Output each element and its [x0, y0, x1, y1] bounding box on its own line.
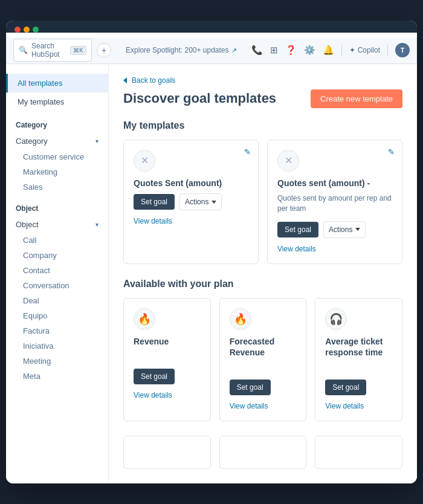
sidebar-sub-marketing[interactable]: Marketing — [6, 164, 108, 179]
object-dropdown[interactable]: Object ▾ — [6, 216, 108, 233]
edit-icon-1[interactable]: ✎ — [244, 147, 251, 157]
card-icon-wrap-1: ✕ — [134, 150, 155, 172]
actions-dropdown-2[interactable]: Actions — [323, 221, 366, 238]
category-section-title: Category — [6, 111, 108, 133]
view-details-forecasted[interactable]: View details — [230, 402, 268, 410]
browser-window: 🔍 Search HubSpot ⌘K + Explore Spotlight:… — [6, 21, 417, 483]
sidebar: All templates My templates Category Cate… — [6, 64, 109, 483]
browser-chrome — [6, 21, 417, 33]
search-icon: 🔍 — [19, 46, 28, 54]
nav-divider — [341, 44, 342, 56]
add-tab-button[interactable]: + — [97, 43, 111, 57]
my-templates-title: My templates — [123, 120, 402, 131]
card-actions-1: Set goal Actions — [134, 193, 248, 210]
edit-icon-2[interactable]: ✎ — [388, 147, 395, 157]
view-details-avg-ticket[interactable]: View details — [325, 402, 364, 410]
partial-card-2 — [219, 436, 307, 469]
partial-cards-row — [123, 436, 402, 469]
view-details-link-1[interactable]: View details — [134, 217, 172, 225]
fire-icon-1: 🔥 — [138, 312, 151, 326]
search-box[interactable]: 🔍 Search HubSpot ⌘K — [13, 39, 92, 62]
sidebar-sub-company[interactable]: Company — [6, 248, 108, 263]
revenue-card-actions: Set goal — [134, 369, 201, 384]
copilot-label: Copilot — [358, 46, 380, 54]
revenue-icon-wrap: 🔥 — [134, 308, 155, 330]
sidebar-sub-conversation[interactable]: Conversation — [6, 278, 108, 293]
chevron-down-icon-2: ▾ — [95, 221, 98, 228]
card-title-2: Quotes sent (amount) - — [277, 178, 392, 189]
view-details-link-2[interactable]: View details — [277, 245, 316, 253]
top-nav: 🔍 Search HubSpot ⌘K + Explore Spotlight:… — [6, 37, 417, 64]
view-details-revenue[interactable]: View details — [134, 391, 172, 399]
sidebar-sub-meeting[interactable]: Meeting — [6, 354, 108, 369]
avg-ticket-card-title: Average ticket response time — [325, 336, 392, 358]
chevron-left-icon — [123, 77, 127, 83]
available-title: Available with your plan — [123, 279, 402, 289]
revenue-card-title: Revenue — [134, 336, 201, 347]
set-goal-button-2[interactable]: Set goal — [277, 222, 318, 237]
grid-icon[interactable]: ⊞ — [270, 45, 278, 56]
card-desc-2: Quotes sent by amount per rep and per te… — [277, 193, 392, 214]
avg-ticket-card: 🎧 Average ticket response time Set goal … — [315, 298, 402, 421]
sidebar-sub-iniciativa[interactable]: Iniciativa — [6, 338, 108, 354]
help-icon[interactable]: ❓ — [285, 45, 297, 56]
category-dropdown[interactable]: Category ▾ — [6, 133, 108, 149]
sidebar-sub-contact[interactable]: Contact — [6, 263, 108, 278]
search-shortcut: ⌘K — [70, 46, 86, 55]
settings-icon[interactable]: ⚙️ — [304, 45, 315, 56]
external-link-icon: ↗ — [231, 47, 237, 54]
close-icon-1: ✕ — [141, 155, 149, 166]
headset-icon: 🎧 — [329, 312, 343, 326]
phone-icon[interactable]: 📞 — [251, 45, 263, 56]
sidebar-sub-deal[interactable]: Deal — [6, 293, 108, 308]
set-goal-button-1[interactable]: Set goal — [134, 194, 175, 210]
sidebar-sub-meta[interactable]: Meta — [6, 369, 108, 384]
dot-green[interactable] — [33, 27, 39, 33]
fire-icon-2: 🔥 — [234, 312, 247, 326]
sidebar-item-all-templates[interactable]: All templates — [6, 74, 108, 92]
set-goal-button-forecasted[interactable]: Set goal — [230, 380, 271, 395]
avatar[interactable]: T — [395, 43, 410, 57]
nav-icons: 📞 ⊞ ❓ ⚙️ 🔔 ✦ Copilot T — [251, 43, 410, 57]
partial-card-1 — [123, 436, 211, 469]
template-card-1: ✎ ✕ Quotes Sent (amount) Set goal Action… — [123, 140, 259, 264]
spotlight-text: Explore Spotlight: 200+ updates — [126, 46, 228, 54]
browser-top-bar — [15, 27, 408, 33]
forecasted-card-actions: Set goal — [230, 380, 297, 395]
search-label: Search HubSpot — [31, 42, 63, 59]
partial-card-3 — [315, 436, 402, 469]
close-icon-2: ✕ — [285, 155, 292, 166]
object-section-title: Object — [6, 195, 108, 216]
spotlight-banner[interactable]: Explore Spotlight: 200+ updates ↗ — [116, 46, 247, 54]
set-goal-button-avg-ticket[interactable]: Set goal — [325, 380, 366, 395]
back-link[interactable]: Back to goals — [123, 76, 402, 85]
sidebar-sub-sales[interactable]: Sales — [6, 179, 108, 195]
sidebar-sub-customer-service[interactable]: Customer service — [6, 149, 108, 164]
dot-yellow[interactable] — [24, 27, 30, 33]
actions-chevron-1 — [212, 201, 216, 204]
available-cards-grid: 🔥 Revenue Set goal View details 🔥 Foreca… — [123, 298, 402, 421]
set-goal-button-revenue[interactable]: Set goal — [134, 369, 175, 384]
forecasted-icon-wrap: 🔥 — [230, 308, 251, 330]
avg-ticket-card-actions: Set goal — [325, 380, 392, 395]
sidebar-sub-call[interactable]: Call — [6, 233, 108, 248]
avg-ticket-icon-wrap: 🎧 — [325, 308, 347, 330]
forecasted-revenue-card: 🔥 Forecasted Revenue Set goal View detai… — [219, 298, 307, 421]
dot-red[interactable] — [15, 27, 21, 33]
bell-icon[interactable]: 🔔 — [323, 45, 334, 56]
forecasted-card-title: Forecasted Revenue — [230, 336, 297, 358]
sidebar-sub-equipo[interactable]: Equipo — [6, 308, 108, 323]
template-card-2: ✎ ✕ Quotes sent (amount) - Quotes sent b… — [267, 140, 402, 264]
page-content: All templates My templates Category Cate… — [6, 64, 417, 483]
copilot-button[interactable]: ✦ Copilot — [349, 46, 380, 54]
browser-dots — [15, 27, 39, 33]
card-title-1: Quotes Sent (amount) — [134, 178, 248, 189]
sidebar-sub-factura[interactable]: Factura — [6, 323, 108, 338]
card-icon-wrap-2: ✕ — [277, 150, 299, 172]
main-area: Back to goals Discover goal templates Cr… — [109, 64, 417, 483]
sidebar-item-my-templates[interactable]: My templates — [6, 92, 108, 111]
create-template-button[interactable]: Create new template — [311, 89, 402, 108]
page-header: Discover goal templates Create new templ… — [123, 89, 402, 108]
actions-dropdown-1[interactable]: Actions — [179, 193, 222, 210]
page-title: Discover goal templates — [123, 91, 276, 106]
